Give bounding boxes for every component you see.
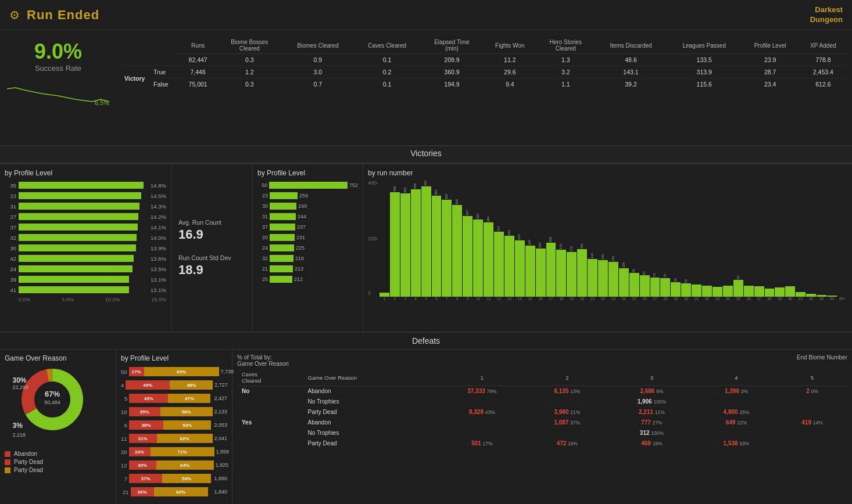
table-row-victory: Victory True 7,4461.23.00.2360.9 29.63.2…	[121, 66, 847, 78]
run-bar	[588, 259, 597, 297]
stats-table: Runs Biome BossesCleared Biomes Cleared …	[121, 37, 847, 90]
bar-value: 13.5%	[148, 266, 166, 272]
run-bar-col	[754, 286, 764, 297]
bar-value: 13.1%	[148, 276, 166, 283]
bar-track	[19, 192, 145, 199]
defeat-bar-track: 37% 54%	[129, 474, 211, 483]
defeat-bar-red: 49%	[126, 380, 170, 390]
vp-bar-count: 231	[296, 235, 305, 240]
profile-level-bars: 35 14.8% 23 14.5% 31 14.3% 27 14.2% 37 1…	[5, 181, 166, 294]
defeat-bar-row: 21 26% 60% 1,840	[121, 486, 227, 498]
run-bar-val: 184	[539, 243, 542, 248]
donut-svg: 67% 50,484	[12, 365, 93, 434]
defeats-data-row: Yes Abandon 1,087 37% 777 27% 649 22% 41…	[237, 417, 847, 428]
run-bar	[463, 216, 472, 297]
y-label-400: 400-	[368, 181, 378, 186]
defeats-cell: 37,333 79%	[438, 386, 527, 397]
legend-label-no-trophies: Party Dead	[14, 467, 43, 473]
run-x-label: 1	[380, 297, 389, 304]
defeats-cell	[696, 397, 777, 407]
run-bar-val: 70	[664, 274, 667, 278]
run-x-label: 5	[421, 297, 431, 304]
defeat-bar-gold: 53%	[163, 420, 211, 430]
col-biome-5: 5	[777, 369, 847, 386]
run-bar	[702, 286, 712, 297]
col-leagues-passed: Leagues Passed	[667, 37, 742, 54]
run-bar-col: 170	[567, 246, 577, 297]
run-bar-col: 139	[598, 254, 608, 297]
table-row-all: 82,4470.30.90.1209.9 11.21.348.6133.523.…	[121, 54, 847, 66]
run-bar-col: 384	[432, 190, 442, 297]
defeats-profile-title: by Profile Level	[121, 354, 227, 362]
profile-bar-row: 23 14.5%	[5, 191, 166, 200]
run-bar-col: 81	[640, 271, 650, 297]
victories-profile-bar-row: 30 249	[257, 201, 358, 211]
run-bar-val: 73	[653, 273, 657, 277]
run-bar	[598, 260, 608, 297]
run-x-label: 20	[577, 297, 587, 304]
run-bar	[754, 286, 764, 297]
victories-profile-bar-row: 21 213	[257, 264, 358, 273]
run-bar	[536, 249, 546, 297]
run-bar-val: 408	[414, 183, 417, 189]
run-bar	[775, 287, 785, 297]
filter-icon[interactable]: ⚙	[9, 8, 20, 22]
defeat-bar-count: 1,958	[216, 449, 230, 455]
defeat-bar-count: 1,880	[213, 476, 227, 481]
run-x-label: 29	[671, 297, 681, 304]
bar-track	[19, 276, 145, 283]
bar-fill	[19, 203, 139, 210]
run-bar-val: 420	[424, 181, 428, 186]
victories-profile-bar-row: 23 259	[257, 191, 358, 200]
avg-run-count-block: Avg. Run Count 16.9 Run Count Std Dev 18…	[171, 164, 253, 332]
run-bar	[400, 193, 410, 297]
legend-label-party-dead: Party Dead	[14, 459, 43, 465]
defeats-cell	[527, 397, 608, 407]
victories-profile-bar-row: 32 218	[257, 254, 358, 263]
avg-item-1: Avg. Run Count 16.9	[178, 218, 245, 242]
run-bar-col: 133	[608, 256, 618, 297]
defeats-cell	[438, 397, 527, 407]
run-bar-col: 181	[577, 243, 587, 297]
run-x-label: 34	[723, 297, 733, 304]
vp-bar-fill	[270, 192, 298, 199]
run-x-label: 12	[494, 297, 504, 304]
defeats-subtitle: % of Total by:Game Over Reason	[237, 354, 289, 367]
run-bar	[442, 200, 452, 297]
vp-bar-label: 32	[257, 255, 268, 261]
app-logo: Darkest Dungeon	[810, 5, 843, 25]
bar-label: 39	[5, 276, 16, 283]
defeat-bar-track: 49% 48%	[126, 380, 213, 390]
legend-party-dead: Party Dead	[5, 459, 111, 465]
vp-bar-fill	[270, 276, 292, 283]
run-x-label: 25	[629, 297, 639, 304]
run-x-label: 8	[452, 297, 462, 304]
run-x-label: 26	[640, 297, 650, 304]
run-x-label: 37	[754, 297, 764, 304]
run-bar-val: 214	[518, 235, 521, 240]
profile-bar-row: 41 13.1%	[5, 285, 166, 294]
run-bar-col: 231	[504, 230, 514, 297]
defeats-cell: 649 22%	[696, 417, 777, 428]
donut-22299: 22,299	[13, 384, 29, 390]
run-bar-val: 144	[591, 253, 595, 258]
bar-fill	[19, 255, 134, 262]
run-bar-val: 307	[466, 210, 470, 215]
defeat-bar-row: 50 17% 83% 7,738	[121, 366, 227, 377]
defeats-cell: 1,906 100%	[608, 397, 696, 407]
bar-value: 14.2%	[148, 214, 166, 220]
vp-bar-count: 244	[298, 214, 306, 219]
defeat-bar-track: 35% 58%	[129, 407, 213, 416]
run-x-label: 32	[702, 297, 712, 304]
run-bar-col: 50	[681, 279, 691, 297]
bar-label: 35	[5, 182, 16, 189]
defeats-cell: 4,800 25%	[696, 407, 777, 417]
defeat-bar-level: 10	[121, 409, 127, 415]
victories-profile-bar-row: 31 244	[257, 212, 358, 221]
defeats-cell: 1,396 3%	[696, 386, 777, 397]
bar-label: 24	[5, 266, 16, 272]
run-bar-col	[775, 287, 785, 297]
bar-value: 14.0%	[148, 235, 166, 241]
defeats-data-row: Party Dead 8,328 43% 3,980 21% 2,211 11%…	[237, 407, 847, 417]
run-x-label: 43	[817, 297, 826, 304]
